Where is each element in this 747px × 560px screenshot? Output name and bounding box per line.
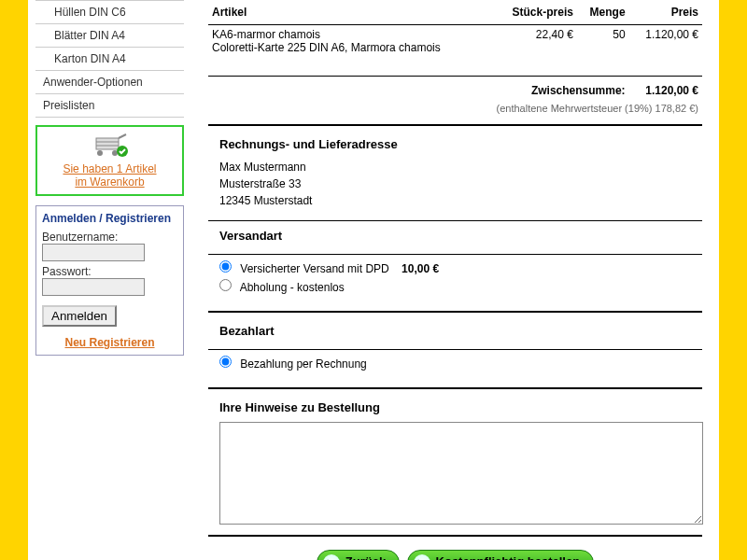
username-label: Benutzername: [42,231,177,244]
item-sku: KA6-marmor chamois [212,28,490,41]
ship-radio-dpd[interactable] [219,260,232,273]
arrow-icon: ▶ [414,554,430,561]
notes-heading: Ihre Hinweise zu Bestellung [208,397,702,422]
ship-opt1-price: 10,00 € [402,262,439,275]
cart-line2: im Warenkorb [75,175,144,189]
login-title: Anmelden / Registrieren [42,212,177,225]
username-input[interactable] [42,244,145,261]
ship-opt2: Abholung - kostenlos [240,281,345,294]
addr-street: Musterstraße 33 [219,175,702,192]
address-heading: Rechnungs- und Lieferadresse [208,133,702,159]
tax-note: (enthaltene Mehrwertsteuer (19%) 178,82 … [208,100,702,117]
nav-pricelists[interactable]: Preislisten [35,94,184,118]
login-button[interactable]: Anmelden [42,305,117,327]
subtotal-label: Zwischensumme: [208,76,629,100]
addr-city: 12345 Musterstadt [219,192,702,209]
notes-textarea[interactable] [219,422,703,525]
item-unit: 22,40 € [494,25,577,58]
nav-options[interactable]: Anwender-Optionen [35,71,184,94]
order-button[interactable]: ▶Kostenpflichtig bestellen [407,550,595,561]
th-unit: Stück-preis [494,0,577,25]
shipping-heading: Versandart [208,225,702,250]
ship-radio-pickup[interactable] [219,279,232,291]
item-qty: 50 [577,25,629,58]
payment-heading: Bezahlart [208,320,702,345]
svg-point-3 [97,150,103,156]
nav-huellen[interactable]: Hüllen DIN C6 [35,0,184,24]
item-price: 1.120,00 € [629,25,702,58]
svg-rect-0 [96,138,119,149]
th-qty: Menge [577,0,629,25]
cart-line1: Sie haben 1 Artikel [63,162,156,175]
ship-opt1: Versicherter Versand mit DPD [240,262,388,275]
password-label: Passwort: [42,265,177,278]
arrow-icon: ▶ [323,554,340,561]
pay-radio-invoice[interactable] [219,356,232,368]
nav-karton[interactable]: Karton DIN A4 [35,48,184,71]
register-link[interactable]: Neu Registrieren [42,336,177,349]
svg-line-5 [119,134,126,138]
cart-box: Sie haben 1 Artikel im Warenkorb [35,125,184,196]
nav-blaetter[interactable]: Blätter DIN A4 [35,24,184,48]
back-button[interactable]: ▶Zurück [317,550,400,561]
addr-name: Max Mustermann [219,159,702,175]
cart-icon [87,133,134,159]
table-row: KA6-marmor chamois Coloretti-Karte 225 D… [208,25,702,58]
password-input[interactable] [42,278,145,296]
th-article: Artikel [208,0,494,25]
subtotal-value: 1.120,00 € [629,76,702,100]
th-price: Preis [629,0,702,25]
order-table: Artikel Stück-preis Menge Preis KA6-marm… [208,0,702,117]
cart-link[interactable]: Sie haben 1 Artikel im Warenkorb [43,162,176,189]
item-desc: Coloretti-Karte 225 DIN A6, Marmora cham… [212,41,490,54]
pay-opt1: Bezahlung per Rechnung [240,357,366,371]
login-box: Anmelden / Registrieren Benutzername: Pa… [35,205,184,356]
